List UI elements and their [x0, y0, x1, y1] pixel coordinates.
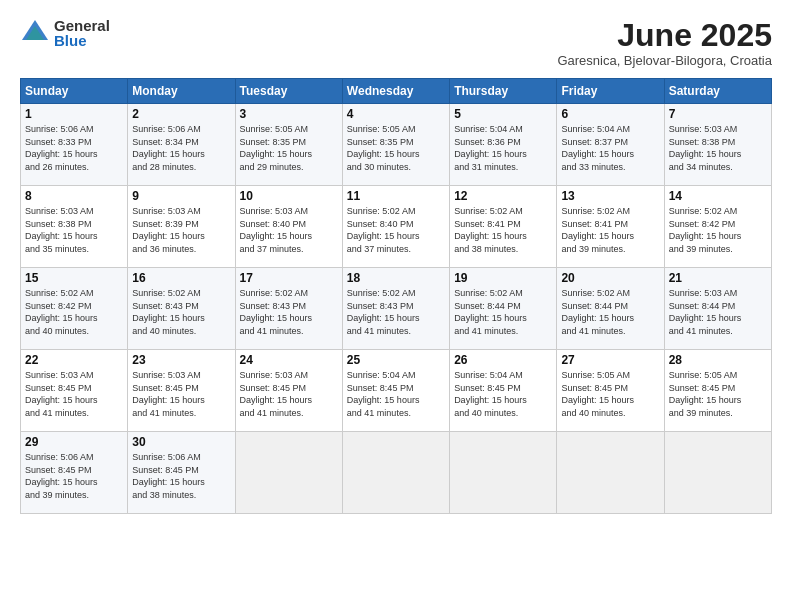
month-title: June 2025 [557, 18, 772, 53]
day-number: 10 [240, 189, 338, 203]
day-number: 1 [25, 107, 123, 121]
day-info: Sunrise: 5:02 AMSunset: 8:41 PMDaylight:… [454, 205, 552, 255]
day-info: Sunrise: 5:02 AMSunset: 8:41 PMDaylight:… [561, 205, 659, 255]
day-info: Sunrise: 5:03 AMSunset: 8:45 PMDaylight:… [132, 369, 230, 419]
weekday-header-row: Sunday Monday Tuesday Wednesday Thursday… [21, 79, 772, 104]
logo-blue-text: Blue [54, 33, 110, 48]
day-number: 3 [240, 107, 338, 121]
calendar-week-2: 8Sunrise: 5:03 AMSunset: 8:38 PMDaylight… [21, 186, 772, 268]
calendar: Sunday Monday Tuesday Wednesday Thursday… [20, 78, 772, 514]
day-info: Sunrise: 5:05 AMSunset: 8:35 PMDaylight:… [240, 123, 338, 173]
day-number: 12 [454, 189, 552, 203]
day-number: 14 [669, 189, 767, 203]
day-info: Sunrise: 5:06 AMSunset: 8:45 PMDaylight:… [132, 451, 230, 501]
col-monday: Monday [128, 79, 235, 104]
table-row: 11Sunrise: 5:02 AMSunset: 8:40 PMDayligh… [342, 186, 449, 268]
table-row: 20Sunrise: 5:02 AMSunset: 8:44 PMDayligh… [557, 268, 664, 350]
day-number: 19 [454, 271, 552, 285]
table-row: 4Sunrise: 5:05 AMSunset: 8:35 PMDaylight… [342, 104, 449, 186]
table-row: 17Sunrise: 5:02 AMSunset: 8:43 PMDayligh… [235, 268, 342, 350]
table-row: 23Sunrise: 5:03 AMSunset: 8:45 PMDayligh… [128, 350, 235, 432]
day-number: 23 [132, 353, 230, 367]
table-row: 30Sunrise: 5:06 AMSunset: 8:45 PMDayligh… [128, 432, 235, 514]
col-saturday: Saturday [664, 79, 771, 104]
day-number: 28 [669, 353, 767, 367]
table-row [235, 432, 342, 514]
table-row: 7Sunrise: 5:03 AMSunset: 8:38 PMDaylight… [664, 104, 771, 186]
table-row: 18Sunrise: 5:02 AMSunset: 8:43 PMDayligh… [342, 268, 449, 350]
col-sunday: Sunday [21, 79, 128, 104]
table-row: 21Sunrise: 5:03 AMSunset: 8:44 PMDayligh… [664, 268, 771, 350]
calendar-week-5: 29Sunrise: 5:06 AMSunset: 8:45 PMDayligh… [21, 432, 772, 514]
day-number: 27 [561, 353, 659, 367]
day-number: 17 [240, 271, 338, 285]
calendar-body: 1Sunrise: 5:06 AMSunset: 8:33 PMDaylight… [21, 104, 772, 514]
table-row: 25Sunrise: 5:04 AMSunset: 8:45 PMDayligh… [342, 350, 449, 432]
calendar-week-3: 15Sunrise: 5:02 AMSunset: 8:42 PMDayligh… [21, 268, 772, 350]
day-number: 6 [561, 107, 659, 121]
table-row: 9Sunrise: 5:03 AMSunset: 8:39 PMDaylight… [128, 186, 235, 268]
day-number: 18 [347, 271, 445, 285]
col-tuesday: Tuesday [235, 79, 342, 104]
day-number: 7 [669, 107, 767, 121]
day-info: Sunrise: 5:02 AMSunset: 8:44 PMDaylight:… [561, 287, 659, 337]
day-number: 13 [561, 189, 659, 203]
day-info: Sunrise: 5:06 AMSunset: 8:33 PMDaylight:… [25, 123, 123, 173]
day-info: Sunrise: 5:03 AMSunset: 8:45 PMDaylight:… [240, 369, 338, 419]
day-number: 22 [25, 353, 123, 367]
logo: General Blue [20, 18, 110, 48]
table-row: 2Sunrise: 5:06 AMSunset: 8:34 PMDaylight… [128, 104, 235, 186]
table-row: 26Sunrise: 5:04 AMSunset: 8:45 PMDayligh… [450, 350, 557, 432]
day-info: Sunrise: 5:03 AMSunset: 8:44 PMDaylight:… [669, 287, 767, 337]
table-row: 19Sunrise: 5:02 AMSunset: 8:44 PMDayligh… [450, 268, 557, 350]
header: General Blue June 2025 Garesnica, Bjelov… [20, 18, 772, 68]
logo-general-text: General [54, 18, 110, 33]
day-number: 15 [25, 271, 123, 285]
table-row: 28Sunrise: 5:05 AMSunset: 8:45 PMDayligh… [664, 350, 771, 432]
day-info: Sunrise: 5:02 AMSunset: 8:40 PMDaylight:… [347, 205, 445, 255]
day-number: 26 [454, 353, 552, 367]
day-info: Sunrise: 5:06 AMSunset: 8:34 PMDaylight:… [132, 123, 230, 173]
day-number: 29 [25, 435, 123, 449]
table-row: 6Sunrise: 5:04 AMSunset: 8:37 PMDaylight… [557, 104, 664, 186]
day-number: 21 [669, 271, 767, 285]
day-info: Sunrise: 5:05 AMSunset: 8:35 PMDaylight:… [347, 123, 445, 173]
calendar-header: Sunday Monday Tuesday Wednesday Thursday… [21, 79, 772, 104]
day-info: Sunrise: 5:03 AMSunset: 8:40 PMDaylight:… [240, 205, 338, 255]
table-row: 5Sunrise: 5:04 AMSunset: 8:36 PMDaylight… [450, 104, 557, 186]
day-number: 16 [132, 271, 230, 285]
day-number: 25 [347, 353, 445, 367]
col-friday: Friday [557, 79, 664, 104]
day-info: Sunrise: 5:03 AMSunset: 8:39 PMDaylight:… [132, 205, 230, 255]
day-info: Sunrise: 5:05 AMSunset: 8:45 PMDaylight:… [669, 369, 767, 419]
day-info: Sunrise: 5:04 AMSunset: 8:45 PMDaylight:… [347, 369, 445, 419]
table-row: 24Sunrise: 5:03 AMSunset: 8:45 PMDayligh… [235, 350, 342, 432]
table-row [450, 432, 557, 514]
calendar-week-4: 22Sunrise: 5:03 AMSunset: 8:45 PMDayligh… [21, 350, 772, 432]
day-number: 24 [240, 353, 338, 367]
day-info: Sunrise: 5:02 AMSunset: 8:43 PMDaylight:… [347, 287, 445, 337]
day-number: 2 [132, 107, 230, 121]
col-wednesday: Wednesday [342, 79, 449, 104]
day-info: Sunrise: 5:03 AMSunset: 8:38 PMDaylight:… [25, 205, 123, 255]
day-info: Sunrise: 5:03 AMSunset: 8:45 PMDaylight:… [25, 369, 123, 419]
day-info: Sunrise: 5:02 AMSunset: 8:44 PMDaylight:… [454, 287, 552, 337]
table-row: 29Sunrise: 5:06 AMSunset: 8:45 PMDayligh… [21, 432, 128, 514]
day-info: Sunrise: 5:02 AMSunset: 8:42 PMDaylight:… [669, 205, 767, 255]
location: Garesnica, Bjelovar-Bilogora, Croatia [557, 53, 772, 68]
table-row: 14Sunrise: 5:02 AMSunset: 8:42 PMDayligh… [664, 186, 771, 268]
table-row: 1Sunrise: 5:06 AMSunset: 8:33 PMDaylight… [21, 104, 128, 186]
title-block: June 2025 Garesnica, Bjelovar-Bilogora, … [557, 18, 772, 68]
day-number: 8 [25, 189, 123, 203]
table-row [557, 432, 664, 514]
day-number: 4 [347, 107, 445, 121]
day-info: Sunrise: 5:02 AMSunset: 8:42 PMDaylight:… [25, 287, 123, 337]
day-number: 9 [132, 189, 230, 203]
day-number: 30 [132, 435, 230, 449]
col-thursday: Thursday [450, 79, 557, 104]
day-info: Sunrise: 5:03 AMSunset: 8:38 PMDaylight:… [669, 123, 767, 173]
calendar-week-1: 1Sunrise: 5:06 AMSunset: 8:33 PMDaylight… [21, 104, 772, 186]
day-info: Sunrise: 5:02 AMSunset: 8:43 PMDaylight:… [132, 287, 230, 337]
table-row: 27Sunrise: 5:05 AMSunset: 8:45 PMDayligh… [557, 350, 664, 432]
day-info: Sunrise: 5:04 AMSunset: 8:36 PMDaylight:… [454, 123, 552, 173]
